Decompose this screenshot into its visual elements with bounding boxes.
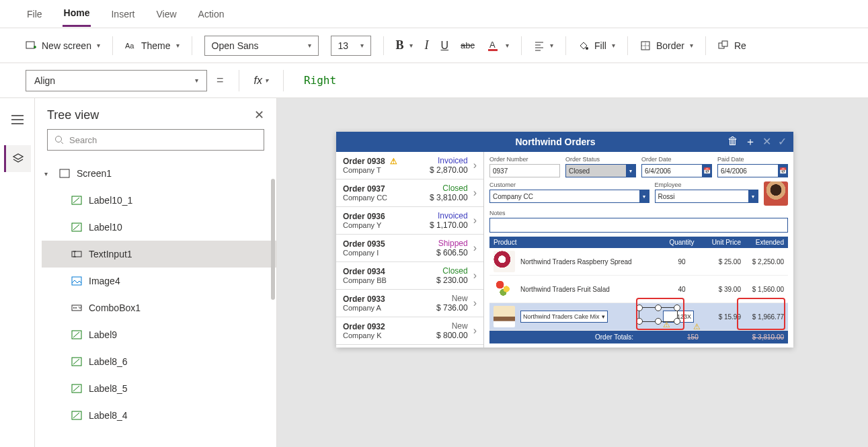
tab-file[interactable]: File (26, 2, 44, 26)
tree-item-label8-5[interactable]: Label8_5 (42, 375, 276, 402)
tree-item-label10-1[interactable]: Label10_1 (42, 187, 276, 214)
layers-icon (12, 153, 24, 165)
paid-date-label: Paid Date (717, 156, 788, 163)
textinput-icon (71, 249, 82, 259)
chevron-down-icon: ▾ (195, 77, 198, 84)
separator (705, 36, 706, 55)
bold-icon: B (396, 38, 404, 52)
order-list-item[interactable]: Order 0938 ⚠Company TInvoiced$ 2,870.00› (336, 152, 483, 179)
strikethrough-button[interactable]: abc (461, 40, 475, 50)
tab-home[interactable]: Home (63, 1, 91, 27)
underline-button[interactable]: U (441, 40, 449, 52)
product-select[interactable]: Northwind Traders Cake Mix▾ (520, 311, 608, 323)
tree-view-rail-button[interactable] (4, 145, 31, 172)
notes-input[interactable] (489, 218, 788, 233)
bold-button[interactable]: B▾ (396, 38, 413, 52)
tree-item-screen1[interactable]: ▾ Screen1 (42, 160, 276, 187)
add-icon[interactable]: ＋ (745, 135, 756, 149)
svg-point-8 (56, 136, 62, 143)
tree-item-image4[interactable]: Image4 (42, 268, 276, 294)
tab-insert[interactable]: Insert (110, 2, 136, 26)
fx-button[interactable]: fx▾ (254, 75, 268, 87)
employee-select[interactable]: Rossi▾ (655, 190, 758, 203)
new-screen-label: New screen (42, 40, 91, 51)
font-select[interactable]: Open Sans ▾ (204, 36, 319, 56)
paid-date-input[interactable]: 6/4/2006📅 (717, 164, 788, 177)
ribbon-tabs: File Home Insert View Action (0, 0, 868, 28)
combobox-icon (71, 303, 82, 313)
caret-down-icon: ▾ (44, 170, 52, 177)
order-date-label: Order Date (641, 156, 712, 163)
search-icon (54, 135, 64, 145)
chevron-right-icon: › (468, 214, 477, 227)
order-status-select[interactable]: Closed▾ (565, 164, 636, 177)
tree-item-label8-4[interactable]: Label8_4 (42, 402, 276, 429)
close-panel-button[interactable]: ✕ (254, 108, 264, 122)
home-toolbar: New screen ▾ Aa Theme ▾ Open Sans ▾ 13 ▾… (0, 28, 868, 63)
svg-rect-13 (72, 277, 81, 285)
font-color-button[interactable]: A ▾ (487, 39, 509, 52)
extended-value: $ 1,560.00 (741, 286, 784, 293)
orders-list: Order 0938 ⚠Company TInvoiced$ 2,870.00›… (336, 152, 484, 348)
order-list-item[interactable]: Order 0936Company YInvoiced$ 1,170.00› (336, 207, 483, 235)
order-date-input[interactable]: 6/4/2006📅 (641, 164, 712, 177)
theme-button[interactable]: Aa Theme ▾ (125, 40, 180, 51)
notes-label: Notes (489, 210, 788, 216)
font-size-select[interactable]: 13 ▾ (331, 36, 371, 56)
tab-view[interactable]: View (155, 2, 177, 26)
tree-item-combobox1[interactable]: ComboBox1 (42, 294, 276, 321)
order-list-item[interactable]: Order 0932Company KNew$ 800.00› (336, 317, 483, 345)
order-list-item[interactable]: Order 0934Company BBClosed$ 230.00› (336, 262, 483, 290)
property-select[interactable]: Align ▾ (26, 70, 207, 91)
fill-button[interactable]: Fill ▾ (578, 40, 615, 51)
separator (239, 70, 239, 91)
hamburger-button[interactable] (4, 106, 31, 133)
separator (283, 70, 284, 91)
chevron-down-icon: ▾ (176, 42, 180, 49)
tab-action[interactable]: Action (197, 2, 226, 26)
customer-select[interactable]: Company CC▾ (489, 190, 649, 203)
tree-search-input[interactable]: Search (47, 129, 264, 151)
tree-item-label10[interactable]: Label10 (42, 214, 276, 241)
border-button[interactable]: Border ▾ (640, 40, 693, 51)
order-list-item[interactable]: Order 0935Company IShipped$ 606.50› (336, 235, 483, 262)
formula-input[interactable]: Right (304, 74, 336, 87)
chevron-down-icon: ▾ (639, 190, 649, 202)
reorder-button[interactable]: Re (718, 40, 746, 51)
order-list-item[interactable]: Order 0933Company ANew$ 736.00› (336, 290, 483, 317)
align-button[interactable]: ▾ (534, 40, 553, 51)
line-item[interactable]: Northwind Traders Raspberry Spread90$ 25… (489, 248, 788, 276)
employee-avatar (764, 181, 788, 206)
theme-label: Theme (141, 40, 171, 51)
border-label: Border (656, 40, 684, 51)
chevron-right-icon: › (468, 270, 477, 282)
separator (383, 36, 384, 55)
design-canvas[interactable]: Northwind Orders 🗑 ＋ ✕ ✓ Order 0938 ⚠Com… (277, 98, 868, 447)
tree-item-label: Label10_1 (89, 195, 132, 206)
tree-item-label9[interactable]: Label9 (42, 321, 276, 348)
line-item-selected[interactable]: Northwind Traders Cake Mix▾ 123X ⚠ $ 15.… (489, 303, 788, 331)
svg-rect-12 (72, 251, 81, 257)
separator (192, 36, 192, 55)
chevron-down-icon: ▾ (97, 42, 100, 49)
unit-price-value: $ 25.00 (701, 258, 741, 266)
label-icon (71, 411, 82, 420)
cancel-icon[interactable]: ✕ (762, 135, 771, 149)
svg-rect-7 (722, 41, 727, 46)
app-title: Northwind Orders (383, 136, 727, 147)
confirm-icon[interactable]: ✓ (778, 135, 787, 149)
image-icon (71, 276, 82, 286)
delete-icon[interactable]: 🗑 (727, 135, 738, 149)
tree-item-label: Label9 (89, 329, 117, 340)
new-screen-button[interactable]: New screen ▾ (26, 40, 100, 51)
chevron-down-icon: ▾ (308, 42, 311, 49)
label-icon (71, 196, 82, 205)
tree-item-label8-6[interactable]: Label8_6 (42, 348, 276, 375)
tree-item-textinput1[interactable]: TextInput1 (42, 241, 276, 268)
scrollbar-thumb[interactable] (271, 179, 275, 300)
italic-button[interactable]: I (425, 38, 429, 52)
order-list-item[interactable]: Order 0937Company CCClosed$ 3,810.00› (336, 179, 483, 207)
chevron-right-icon: › (468, 242, 477, 254)
separator (112, 36, 113, 55)
chevron-down-icon: ▾ (360, 42, 364, 49)
